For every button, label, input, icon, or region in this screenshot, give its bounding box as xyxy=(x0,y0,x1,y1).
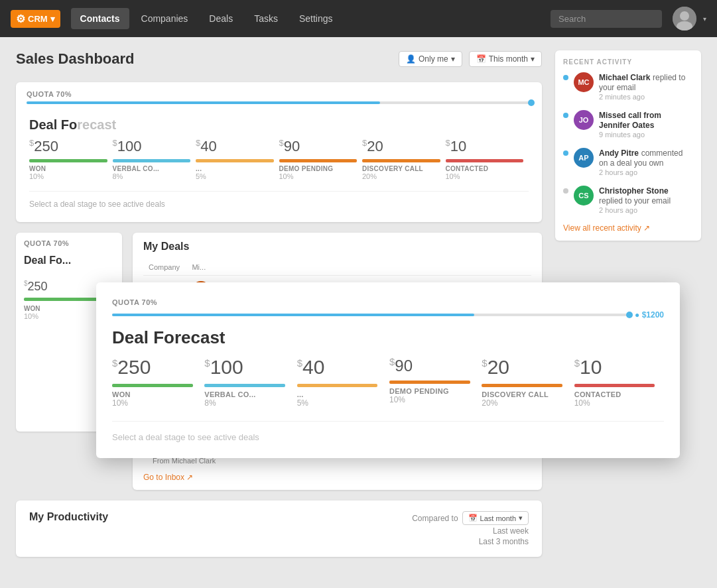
nav-item-deals[interactable]: Deals xyxy=(200,8,242,29)
ra-name-1: Michael Clark replied to your email xyxy=(599,72,693,92)
forecast-stage-verbal: $100 VERBAL CO... 8% xyxy=(113,138,196,180)
go-to-inbox-link[interactable]: Go to Inbox ↗ xyxy=(143,473,531,482)
ra-item-2: JO Missed call from Jennifer Oates 9 min… xyxy=(563,110,693,139)
compared-to-label: Compared to xyxy=(412,514,458,523)
zoomed-stage-name-verbal: VERBAL CO... xyxy=(204,390,294,398)
quota-bar-section: QUOTA 70% xyxy=(16,82,542,104)
productivity-inner: My Productivity Compared to 📅 Last month… xyxy=(16,500,542,557)
nav-item-contacts[interactable]: Contacts xyxy=(71,8,129,29)
filter-only-me-btn[interactable]: 👤 Only me ▾ xyxy=(399,51,462,67)
forecast-stage-won: $250 WON 10% xyxy=(29,138,113,180)
ra-time-4: 2 hours ago xyxy=(599,206,693,214)
main-content: Sales Dashboard 👤 Only me ▾ 📅 This month… xyxy=(0,37,717,570)
stage-amount-contacted: $10 xyxy=(446,138,467,155)
ra-name-3: Andy Pitre commented on a deal you own xyxy=(599,148,693,168)
ra-time-3: 2 hours ago xyxy=(599,168,693,176)
forecast-chart: $250 WON 10% $100 VERBAL CO... 8% $4 xyxy=(29,138,529,180)
search-input[interactable] xyxy=(551,10,662,28)
productivity-title-row: My Productivity Compared to 📅 Last month… xyxy=(29,511,529,546)
zoomed-stage-contacted: $10 CONTACTED 10% xyxy=(574,356,664,408)
zoomed-stage-bar-dot xyxy=(297,384,378,387)
svg-point-1 xyxy=(680,11,689,21)
ra-avatar-3: AP xyxy=(574,148,594,168)
zoomed-stage-discovery: $20 DISCOVERY CALL 20% xyxy=(482,356,571,408)
zoomed-stage-pct-contacted: 10% xyxy=(574,398,664,408)
nav-item-settings[interactable]: Settings xyxy=(290,8,342,29)
ra-name-2: Missed call from Jennifer Oates xyxy=(599,110,693,130)
zoomed-stage-amount-contacted: $10 xyxy=(574,356,664,379)
stage-pct-demo: 10% xyxy=(279,172,294,180)
stage-pct-won: 10% xyxy=(29,172,44,180)
productivity-options: Compared to 📅 Last month ▾ Last week Las… xyxy=(412,511,529,546)
filter-only-me-label: Only me xyxy=(419,54,448,64)
user-avatar[interactable] xyxy=(673,7,696,30)
last-3-months-option[interactable]: Last 3 months xyxy=(479,537,529,546)
last-month-btn[interactable]: 📅 Last month ▾ xyxy=(462,511,529,525)
brand-dropdown-arrow[interactable]: ▾ xyxy=(50,14,55,24)
inbox-from-3: From Michael Clark xyxy=(153,457,531,465)
forecast-stage-dot: $40 ... 5% xyxy=(196,138,279,180)
zoomed-stage-amount-verbal: $100 xyxy=(204,356,294,379)
people-icon: 👤 xyxy=(406,54,416,64)
ra-item-4: CS Christopher Stone replied to your ema… xyxy=(563,186,693,214)
brand-label: CRM xyxy=(28,14,48,24)
stage-bar-won xyxy=(29,159,107,162)
zoomed-title: Deal Forecast xyxy=(112,327,664,348)
zoomed-stage-bar-demo xyxy=(389,381,470,384)
stage-amount-won: $250 xyxy=(29,138,58,155)
nav-item-companies[interactable]: Companies xyxy=(132,8,198,29)
quota-bar-track xyxy=(27,101,531,104)
zoomed-stage-pct-demo: 10% xyxy=(389,395,479,404)
forecast-stage-discovery: $20 DISCOVERY CALL 20% xyxy=(362,138,446,180)
forecast-stage-contacted: $10 CONTACTED 10% xyxy=(446,138,529,180)
recent-activity-title: RECENT ACTIVITY xyxy=(563,58,693,66)
zoomed-bar-row: ● $1200 xyxy=(112,310,664,320)
zoomed-stage-bar-verbal xyxy=(204,384,285,387)
quota-label: QUOTA 70% xyxy=(27,90,72,98)
stage-name-discovery: DISCOVERY CALL xyxy=(362,165,423,172)
forecast-card-inner: Deal Forecast $250 WON 10% $100 VERBAL C… xyxy=(16,104,542,222)
filter-controls: 👤 Only me ▾ 📅 This month ▾ xyxy=(399,51,542,67)
zoomed-stage-name-contacted: CONTACTED xyxy=(574,390,664,398)
zoomed-stage-demo: $90 DEMO PENDING 10% xyxy=(389,356,479,408)
stage-name-verbal: VERBAL CO... xyxy=(113,165,160,172)
brand-logo[interactable]: ⚙ CRM ▾ xyxy=(11,10,60,28)
stage-bar-dot xyxy=(196,159,274,162)
filter-only-me-arrow: ▾ xyxy=(451,54,455,64)
col-phone xyxy=(387,259,470,276)
stage-pct-discovery: 20% xyxy=(362,172,377,180)
zoomed-stage-pct-won: 10% xyxy=(112,398,202,408)
filter-this-month-label: This month xyxy=(489,54,528,64)
zoomed-stage-amount-discovery: $20 xyxy=(482,356,571,379)
forecast-stage-demo: $90 DEMO PENDING 10% xyxy=(279,138,363,180)
stage-pct-contacted: 10% xyxy=(446,172,460,180)
col-contact: Mi... xyxy=(186,259,280,276)
zoomed-stage-pct-discovery: 20% xyxy=(482,398,571,408)
forecast-note: Select a deal stage to see active deals xyxy=(29,191,529,209)
filter-this-month-btn[interactable]: 📅 This month ▾ xyxy=(469,51,542,67)
page-title: Sales Dashboard xyxy=(16,50,135,68)
ra-avatar-2: JO xyxy=(574,110,594,130)
zoomed-stage-amount-won: $250 xyxy=(112,356,202,379)
zoomed-bar-dot xyxy=(626,312,633,318)
stage-pct-dot: 5% xyxy=(196,172,206,180)
zoomed-stage-bar-won xyxy=(112,384,193,387)
quota-dot xyxy=(528,99,535,106)
partial-quota: QUOTA 70% xyxy=(16,233,122,248)
zoomed-forecast-card: QUOTA 70% ● $1200 Deal Forecast $250 WON… xyxy=(96,282,680,458)
ra-name-4: Christopher Stone replied to your email xyxy=(599,186,693,206)
col-activity xyxy=(470,259,531,276)
stage-amount-dot: $40 xyxy=(196,138,217,155)
zoomed-stage-pct-verbal: 8% xyxy=(204,398,294,408)
ra-text-3: Andy Pitre commented on a deal you own 2… xyxy=(599,148,693,176)
last-week-option[interactable]: Last week xyxy=(493,526,529,536)
view-all-link[interactable]: View all recent activity ↗ xyxy=(563,223,693,233)
ra-item-3: AP Andy Pitre commented on a deal you ow… xyxy=(563,148,693,176)
forecast-title: Deal Forecast xyxy=(29,117,529,133)
stage-name-won: WON xyxy=(29,165,46,172)
ra-dot-3 xyxy=(563,150,568,156)
zoomed-stage-pct-dot: 5% xyxy=(297,398,387,408)
ra-avatar-1: MC xyxy=(574,72,594,92)
user-dropdown-arrow[interactable]: ▾ xyxy=(703,15,706,23)
nav-item-tasks[interactable]: Tasks xyxy=(245,8,287,29)
